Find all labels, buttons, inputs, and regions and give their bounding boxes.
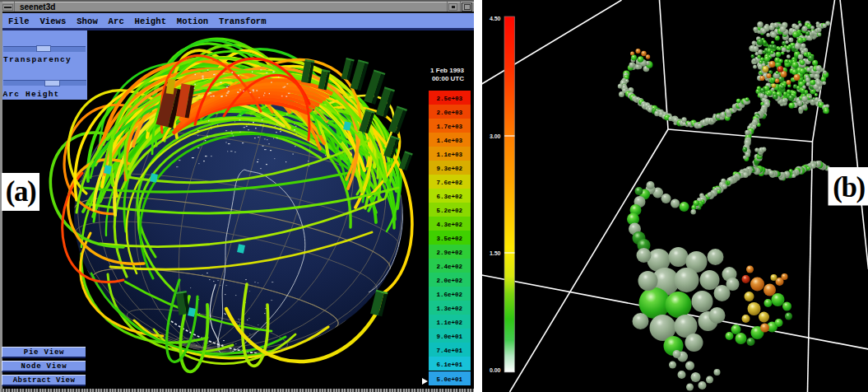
svg-text:4.50: 4.50 — [489, 16, 500, 21]
svg-text:(b): (b) — [833, 171, 865, 203]
svg-text:1.50: 1.50 — [489, 250, 500, 256]
svg-text:3.00: 3.00 — [489, 133, 500, 139]
svg-text:0.00: 0.00 — [489, 367, 500, 373]
